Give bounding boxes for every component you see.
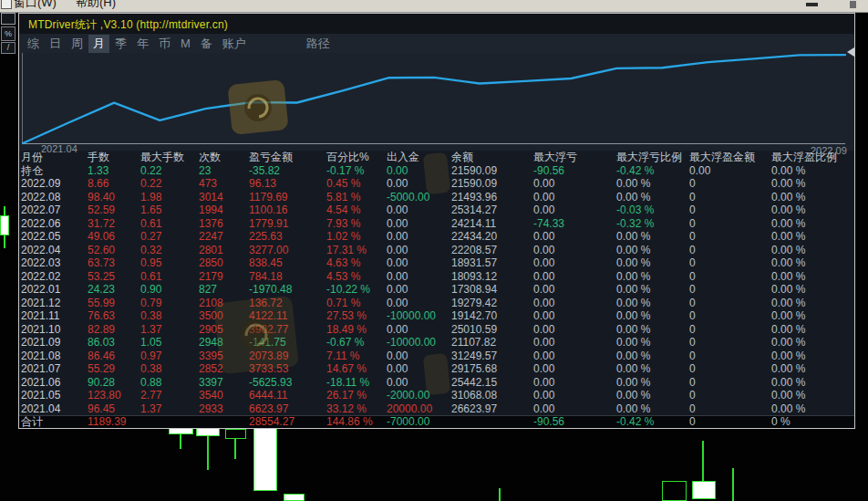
menu-item-help[interactable]: 帮助(H) [76, 0, 116, 11]
table-cell: 0.00 % [616, 362, 689, 376]
table-cell: -5000.00 [387, 191, 451, 204]
table-cell: 225.63 [249, 230, 326, 244]
candle-wick [207, 436, 209, 470]
table-cell: 0.00 % [616, 177, 689, 191]
table-row: 2022.0631.720.6113761779.917.93 %0.00242… [19, 217, 854, 231]
table-cell: 0.00 [387, 362, 451, 376]
table-cell: 0.00 [533, 350, 616, 363]
tab-weekly[interactable]: 周 [67, 35, 88, 53]
column-header: 最大浮盈比例 [771, 151, 854, 164]
table-cell: 0.00 % [771, 204, 854, 217]
table-cell: 26623.97 [451, 402, 533, 416]
table-cell: -0.32 % [616, 217, 689, 231]
table-cell: 29175.68 [451, 362, 533, 376]
panel-title-bar: MTDriver统计 ,V3.10 (http://mtdriver.cn) [19, 14, 854, 35]
table-cell: 0.00 [533, 309, 616, 323]
table-cell: 0 [689, 362, 771, 376]
row-label: 2022.06 [21, 217, 88, 231]
table-cell: 27.53 % [326, 309, 387, 323]
menu-item-window[interactable]: 窗口(W) [14, 0, 57, 11]
tab-backup[interactable]: 备 [196, 35, 217, 53]
table-cell: 55.29 [88, 362, 140, 376]
table-cell: 6623.97 [249, 402, 326, 416]
table-cell: -1970.48 [249, 283, 326, 297]
table-cell: 827 [199, 283, 249, 297]
table-cell: 5.81 % [326, 191, 387, 204]
table-cell: -5625.93 [249, 376, 326, 390]
candlestick [253, 428, 277, 491]
table-row: 2022.0898.401.9830141179.695.81 %-5000.0… [19, 191, 854, 204]
table-cell: 1.98 [140, 191, 199, 204]
table-cell: 0.00 [533, 297, 616, 310]
table-cell: 0.90 [140, 283, 199, 297]
equity-chart: 2021.04 2022.09 [19, 53, 854, 151]
table-row: 2021.0496.451.3729336623.9733.12 %20000.… [19, 402, 854, 416]
table-cell: 144.86 % [326, 416, 387, 428]
column-header: 最大浮亏 [533, 151, 616, 164]
tab-m[interactable]: M [176, 36, 195, 51]
table-cell: 2905 [199, 323, 249, 337]
tab-currency[interactable]: 币 [154, 35, 175, 53]
table-cell: 2948 [199, 336, 249, 350]
table-cell: 0.00 % [771, 244, 854, 257]
table-cell: 0.00 [387, 297, 451, 310]
minimize-box-icon[interactable] [1, 13, 16, 25]
column-header: 出入金 [387, 151, 451, 164]
table-row: 2021.1082.891.3729053902.7718.49 %0.0025… [19, 323, 854, 337]
table-cell: 4122.11 [249, 309, 326, 323]
stats-table: 月份手数最大手数次数盈亏金额百分比%出入金余额最大浮亏最大浮亏比例最大浮盈金额最… [19, 151, 854, 428]
table-cell: 1100.16 [249, 204, 326, 217]
panel-arrow-icon [847, 47, 854, 57]
window-control-icon[interactable] [850, 1, 856, 8]
column-header: 手数 [88, 151, 140, 164]
tab-summary[interactable]: 综 [23, 35, 44, 53]
table-cell: 784.18 [249, 270, 326, 284]
table-cell: 0 [689, 297, 771, 310]
candle-wick [499, 488, 501, 501]
candle-wick [234, 439, 236, 459]
stats-panel: MTDriver统计 ,V3.10 (http://mtdriver.cn) 综… [18, 13, 855, 429]
row-label: 2022.08 [21, 191, 88, 204]
tab-path[interactable]: 路径 [302, 35, 335, 53]
table-row: 2022.0124.230.90827-1970.48-10.22 %0.001… [19, 283, 854, 297]
row-label: 2022.09 [21, 177, 88, 191]
table-cell: 0.00 % [771, 323, 854, 337]
tab-daily[interactable]: 日 [45, 35, 66, 53]
table-cell: 33.12 % [326, 402, 387, 416]
table-cell: 21107.82 [451, 336, 533, 350]
table-cell: 0.00 % [616, 244, 689, 257]
table-cell: 0 [689, 336, 771, 350]
table-cell: 0 [689, 309, 771, 323]
table-cell: 1376 [199, 217, 249, 231]
table-cell: -7000.00 [387, 416, 451, 428]
table-cell: -10000.00 [387, 309, 451, 323]
tab-yearly[interactable]: 年 [132, 35, 153, 53]
row-label: 2021.08 [21, 350, 88, 363]
menu-bar: 窗口(W) 帮助(H) [0, 0, 868, 13]
table-cell: 0 [689, 191, 771, 204]
table-row: 2022.0363.730.952850838.454.63 %0.001893… [19, 256, 854, 270]
tab-monthly[interactable]: 月 [88, 35, 109, 53]
table-cell: 0.22 [140, 164, 199, 178]
candlestick [225, 429, 246, 439]
table-cell: 0 [689, 416, 771, 428]
tab-account[interactable]: 账户 [218, 35, 251, 53]
table-cell: 25010.59 [451, 323, 533, 337]
table-cell: 0.00 [387, 323, 451, 337]
table-cell: -10.22 % [326, 283, 387, 297]
table-cell: 53.25 [88, 270, 140, 284]
table-cell: 0 [689, 217, 771, 231]
trendline-tool-icon[interactable]: / [1, 42, 16, 54]
table-cell: 0.00 [387, 256, 451, 270]
table-cell: 22434.20 [451, 230, 533, 244]
table-cell: 0.00 [533, 323, 616, 337]
table-cell: 3014 [199, 191, 249, 204]
table-cell: 0.00 % [616, 402, 689, 416]
table-cell: 3277.00 [249, 244, 326, 257]
table-cell: 0.38 [140, 362, 199, 376]
table-row: 持仓1.330.2223-35.82-0.17 %0.0021590.09-90… [19, 164, 854, 178]
tab-quarterly[interactable]: 季 [110, 35, 131, 53]
table-cell: 0.00 [533, 230, 616, 244]
percent-tool-icon[interactable]: % [1, 26, 16, 41]
minimize-icon[interactable] [806, 3, 818, 6]
